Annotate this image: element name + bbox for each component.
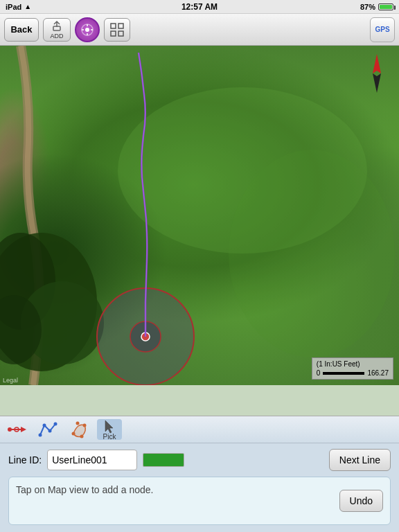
svg-marker-21 — [373, 73, 381, 93]
scale-bar: (1 In:US Feet) 0 166.27 — [312, 357, 393, 380]
status-time: 12:57 AM — [181, 2, 218, 12]
map-area[interactable]: (1 In:US Feet) 0 166.27 Legal — [0, 46, 399, 385]
svg-point-30 — [72, 432, 76, 436]
target-button[interactable] — [75, 17, 100, 42]
toolbar: Back ADD GPS — [0, 14, 399, 46]
undo-button[interactable]: Undo — [339, 490, 383, 512]
map-svg — [0, 46, 399, 385]
shape-tool-button[interactable] — [66, 419, 91, 440]
status-left: iPad ▲ — [6, 3, 31, 11]
line-id-row: Line ID: Next Line — [0, 443, 399, 477]
info-area: Tap on Map view to add a node. Undo — [8, 477, 391, 525]
add-icon — [51, 20, 63, 33]
line-id-input[interactable] — [47, 450, 137, 470]
gps-button[interactable]: GPS — [370, 17, 395, 42]
node-tool-button[interactable] — [6, 419, 30, 440]
svg-rect-7 — [111, 24, 116, 28]
scale-zero: 0 — [317, 369, 321, 377]
svg-point-16 — [229, 150, 395, 357]
svg-rect-9 — [111, 31, 116, 36]
line-id-label: Line ID: — [8, 454, 42, 466]
scale-value: 166.27 — [367, 369, 389, 377]
svg-point-31 — [76, 422, 80, 425]
status-bar: iPad ▲ 12:57 AM 87% — [0, 0, 399, 14]
svg-point-26 — [39, 434, 42, 437]
pick-label: Pick — [103, 433, 116, 441]
carrier-label: iPad — [6, 3, 21, 11]
scale-label: (1 In:US Feet) — [317, 360, 389, 368]
svg-point-33 — [80, 435, 84, 438]
info-text: Tap on Map view to add a node. — [16, 484, 153, 495]
legal-text: Legal — [3, 377, 18, 384]
svg-marker-23 — [21, 427, 26, 432]
expand-button[interactable] — [104, 18, 130, 42]
status-right: 87% — [360, 3, 393, 11]
target-icon — [80, 23, 94, 37]
svg-point-24 — [8, 427, 12, 432]
line-tool-button[interactable] — [36, 419, 61, 440]
svg-point-32 — [83, 424, 87, 427]
map-background: (1 In:US Feet) 0 166.27 Legal — [0, 46, 399, 385]
line-color-swatch[interactable] — [143, 453, 184, 467]
wifi-icon: ▲ — [24, 3, 31, 10]
svg-point-27 — [43, 424, 46, 427]
svg-rect-8 — [118, 24, 123, 28]
svg-point-28 — [48, 429, 52, 433]
back-button[interactable]: Back — [4, 18, 39, 42]
pick-tool-button[interactable]: Pick — [97, 419, 122, 440]
svg-rect-10 — [118, 31, 123, 36]
bottom-panel: Pick Line ID: Next Line Tap on Map view … — [0, 416, 399, 532]
battery-icon — [378, 3, 393, 10]
svg-point-2 — [85, 28, 89, 32]
svg-point-29 — [54, 423, 57, 426]
add-label: ADD — [50, 33, 63, 39]
battery-percent: 87% — [360, 3, 375, 11]
next-line-button[interactable]: Next Line — [329, 449, 391, 471]
add-button[interactable]: ADD — [43, 18, 71, 42]
expand-icon — [109, 22, 125, 37]
gps-label: GPS — [375, 26, 389, 33]
tool-row: Pick — [0, 416, 399, 443]
svg-marker-20 — [373, 54, 381, 73]
compass — [364, 53, 389, 94]
